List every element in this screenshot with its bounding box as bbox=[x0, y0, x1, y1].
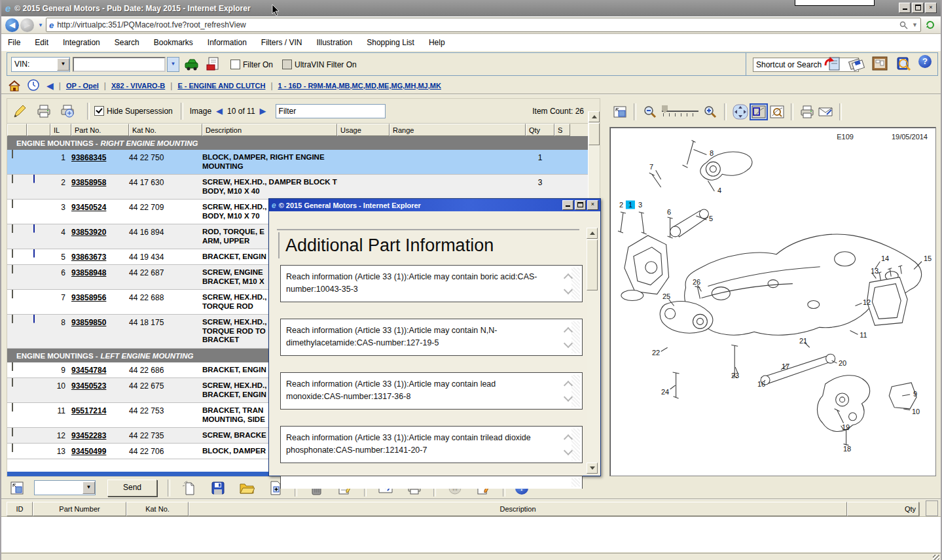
pan-tool-icon[interactable] bbox=[731, 103, 750, 120]
callout-25[interactable]: 25 bbox=[662, 292, 670, 301]
crumb-back-icon[interactable]: ◀ bbox=[46, 80, 54, 91]
part-number-link[interactable]: 93858948 bbox=[71, 268, 106, 277]
menu-item-edit[interactable]: Edit bbox=[35, 38, 48, 47]
part-number-link[interactable]: 93858958 bbox=[71, 178, 106, 187]
shopping-column-kat-no-[interactable]: Kat No. bbox=[126, 502, 189, 516]
search-dropdown-icon[interactable]: ▼ bbox=[912, 22, 918, 28]
column-header-IL[interactable]: IL bbox=[50, 124, 71, 136]
part-number-link[interactable]: 93853920 bbox=[71, 228, 106, 237]
part-number-link[interactable]: 93450524 bbox=[71, 203, 106, 212]
prev-image-icon[interactable]: ◀ bbox=[216, 106, 223, 116]
part-row[interactable]: 19386834544 22 750BLOCK, DAMPER, RIGHT E… bbox=[7, 150, 600, 175]
callout-2[interactable]: 2 bbox=[619, 201, 623, 209]
callout-14[interactable]: 14 bbox=[881, 254, 889, 263]
zoom-out-icon[interactable] bbox=[641, 103, 659, 120]
menu-item-search[interactable]: Search bbox=[115, 38, 139, 47]
callout-19[interactable]: 19 bbox=[842, 423, 850, 432]
reach-info-box[interactable]: Reach information (Article 33 (1)):Artic… bbox=[280, 265, 583, 302]
pinboard-icon[interactable] bbox=[871, 55, 888, 72]
callout-9[interactable]: 9 bbox=[913, 390, 917, 398]
callout-13[interactable]: 13 bbox=[871, 267, 879, 275]
part-checkbox[interactable] bbox=[12, 290, 13, 298]
catalog-search-icon[interactable] bbox=[895, 55, 912, 72]
breadcrumb-link[interactable]: E - ENGINE AND CLUTCH bbox=[177, 82, 265, 90]
part-number-link[interactable]: 93450523 bbox=[71, 381, 106, 391]
part-number-link[interactable]: 93452283 bbox=[71, 431, 106, 440]
breadcrumb-link[interactable]: X82 - VIVARO-B bbox=[111, 82, 165, 90]
history-dropdown-icon[interactable]: ▼ bbox=[38, 22, 43, 28]
part-checkbox[interactable] bbox=[12, 444, 13, 452]
callout-7[interactable]: 7 bbox=[649, 163, 653, 171]
dialog-scroll-down-icon[interactable] bbox=[587, 463, 598, 474]
part-checkbox[interactable] bbox=[12, 265, 13, 273]
breadcrumb-link[interactable]: OP - Opel bbox=[66, 82, 99, 90]
callout-5[interactable]: 5 bbox=[709, 215, 713, 223]
select-image-tool-icon[interactable] bbox=[750, 103, 768, 120]
vin-type-select[interactable]: VIN: ▼ bbox=[11, 57, 70, 72]
callout-6[interactable]: 6 bbox=[667, 208, 671, 217]
dialog-minimize-button[interactable] bbox=[562, 200, 573, 210]
fit-panel-icon[interactable] bbox=[8, 480, 26, 497]
print-illustration-icon[interactable] bbox=[798, 103, 816, 120]
callout-4[interactable]: 4 bbox=[717, 186, 721, 195]
menu-item-information[interactable]: Information bbox=[208, 38, 247, 47]
zoom-slider-handle[interactable] bbox=[662, 105, 668, 113]
reach-info-box[interactable]: Reach information (Article 33 (1)):Artic… bbox=[280, 319, 583, 356]
menu-item-bookmarks[interactable]: Bookmarks bbox=[154, 38, 193, 47]
labels-icon[interactable] bbox=[848, 55, 865, 72]
shopping-scrollbar[interactable] bbox=[926, 500, 938, 516]
info-note-icon[interactable] bbox=[33, 224, 35, 233]
return-to-document-icon[interactable] bbox=[824, 55, 841, 72]
callout-24[interactable]: 24 bbox=[661, 388, 669, 396]
next-image-icon[interactable]: ▶ bbox=[260, 106, 266, 116]
vin-card-button[interactable] bbox=[204, 56, 221, 72]
callout-20[interactable]: 20 bbox=[839, 359, 846, 368]
part-number-link[interactable]: 93859850 bbox=[71, 318, 106, 327]
part-checkbox[interactable] bbox=[12, 378, 13, 387]
dialog-scroll-up-icon[interactable] bbox=[587, 228, 598, 239]
callout-8[interactable]: 8 bbox=[710, 149, 714, 158]
dialog-scrollbar[interactable] bbox=[587, 228, 598, 474]
vin-select-arrow-icon[interactable]: ▼ bbox=[57, 58, 69, 71]
help-icon[interactable]: ? bbox=[918, 55, 932, 68]
minimize-button[interactable] bbox=[899, 3, 911, 13]
column-header-blank[interactable] bbox=[27, 124, 50, 136]
shopping-column-qty[interactable]: Qty bbox=[847, 502, 919, 516]
save-list-icon[interactable] bbox=[208, 480, 228, 497]
part-checkbox[interactable] bbox=[12, 362, 13, 371]
list-select-arrow-icon[interactable]: ▼ bbox=[82, 481, 95, 494]
part-checkbox[interactable] bbox=[12, 200, 13, 208]
history-clock-icon[interactable] bbox=[27, 79, 40, 92]
reach-info-box[interactable]: Reach information (Article 33 (1)):Artic… bbox=[280, 426, 583, 463]
info-note-icon[interactable] bbox=[33, 175, 35, 183]
callout-12[interactable]: 12 bbox=[863, 298, 871, 307]
shopping-column-id[interactable]: ID bbox=[7, 502, 33, 516]
callout-23[interactable]: 23 bbox=[731, 372, 739, 380]
new-list-icon[interactable] bbox=[179, 480, 199, 497]
part-checkbox[interactable] bbox=[12, 315, 13, 323]
zoom-in-icon[interactable] bbox=[701, 103, 719, 120]
callout-15[interactable]: 15 bbox=[924, 254, 932, 263]
send-button[interactable]: Send bbox=[107, 480, 157, 497]
callout-22[interactable]: 22 bbox=[652, 349, 660, 357]
part-number-link[interactable]: 93450499 bbox=[71, 447, 106, 456]
breadcrumb-link[interactable]: 1 - 16D - R9M-MA,MB,MC,MD,ME,MG,MH,MJ,MK bbox=[278, 82, 441, 90]
shopping-column-part-number[interactable]: Part Number bbox=[33, 502, 126, 516]
list-select[interactable]: ▼ bbox=[34, 480, 96, 495]
info-note-icon[interactable] bbox=[33, 249, 35, 258]
zoom-slider[interactable] bbox=[662, 105, 698, 118]
part-number-link[interactable]: 93454784 bbox=[71, 366, 106, 375]
ultravin-checkbox[interactable] bbox=[282, 60, 292, 69]
column-header-Description[interactable]: Description bbox=[202, 124, 337, 136]
callout-21[interactable]: 21 bbox=[799, 337, 807, 345]
scroll-thumb[interactable] bbox=[589, 123, 600, 145]
edit-icon[interactable] bbox=[10, 103, 28, 120]
close-button[interactable]: × bbox=[925, 3, 937, 13]
part-number-link[interactable]: 93868345 bbox=[71, 153, 106, 162]
vehicle-decode-button[interactable] bbox=[183, 56, 200, 72]
part-number-link[interactable]: 93858956 bbox=[71, 293, 106, 302]
menu-item-integration[interactable]: Integration bbox=[63, 38, 100, 47]
info-note-icon[interactable] bbox=[33, 315, 35, 323]
url-field[interactable]: e http://virtualpc:351/PQMace/root.fve?r… bbox=[46, 18, 921, 32]
callout-18[interactable]: 18 bbox=[843, 445, 851, 453]
